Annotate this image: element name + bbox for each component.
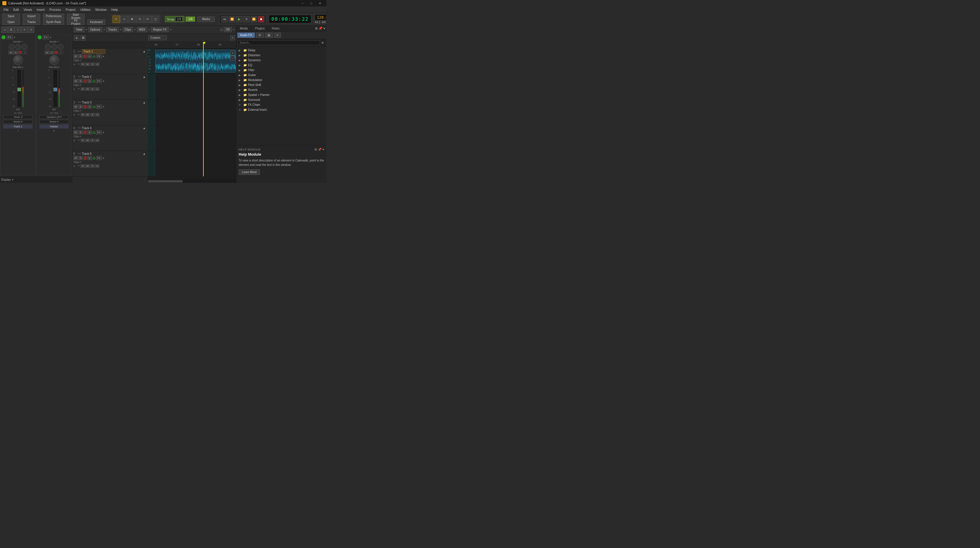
t2-mute[interactable]: M (73, 79, 78, 83)
fx-folder-guitar[interactable]: ▶ 📁 Guitar (237, 73, 325, 78)
t4-plus[interactable]: + (103, 131, 104, 134)
module-icon-4[interactable]: ≡ (21, 27, 28, 33)
menu-views[interactable]: Views (21, 7, 34, 12)
menu-insert[interactable]: Insert (34, 7, 47, 12)
t2-w[interactable]: W (85, 88, 90, 91)
help-pin-icon[interactable]: 📌 (318, 148, 321, 151)
t4-mon[interactable]: ⊙ (88, 130, 92, 134)
t5-arrow[interactable]: ▲ (143, 152, 146, 155)
move-tool[interactable]: ✥ (128, 16, 136, 23)
t4-rec[interactable] (83, 130, 87, 134)
t3-mute[interactable]: M (73, 105, 78, 109)
t4-mute[interactable]: M (73, 130, 78, 134)
ch2-pan-knob[interactable] (49, 55, 59, 65)
track-content-5[interactable] (147, 151, 236, 177)
menu-project[interactable]: Project (63, 7, 78, 12)
t3-rec[interactable] (83, 105, 87, 109)
keyboard-button[interactable]: Keyboard (88, 19, 105, 25)
erase-tool[interactable]: ◻ (152, 16, 159, 23)
t4-solo[interactable]: S (79, 130, 83, 134)
ch1-fx[interactable]: FX (6, 35, 13, 39)
ch1-device-out[interactable]: Master ▾ (3, 120, 33, 124)
close-button[interactable]: ✕ (316, 1, 324, 6)
off-btn[interactable]: Off (224, 27, 232, 32)
menu-file[interactable]: File (1, 7, 11, 12)
tab-dock-icon[interactable]: ⊞ (315, 27, 318, 30)
t3-fold[interactable]: ≡ (73, 113, 77, 116)
module-icon-2[interactable]: A (8, 27, 14, 33)
t1-fx[interactable]: FX (96, 54, 102, 58)
module-icon-1[interactable]: ◁ (1, 27, 8, 33)
t3-star[interactable]: ✳ (90, 113, 95, 116)
t5-rec[interactable] (83, 156, 87, 160)
help-menu-icon[interactable]: ▾ (323, 148, 324, 151)
t2-rec[interactable] (83, 79, 87, 83)
ch2-knob3[interactable] (58, 44, 64, 50)
fx-folder-surround[interactable]: ▶ 📁 Surround (237, 97, 325, 102)
ch1-rec[interactable] (18, 51, 22, 54)
search-input[interactable] (237, 40, 320, 45)
t1-star[interactable]: ✳ (90, 63, 95, 66)
edit-tool[interactable]: ✎ (136, 16, 144, 23)
ch2-device-out[interactable]: Master ▾ (39, 120, 69, 124)
draw-tool[interactable]: ✏ (144, 16, 151, 23)
hscrollbar-thumb[interactable] (148, 180, 183, 182)
track-content-3[interactable] (147, 100, 236, 125)
t3-w[interactable]: W (85, 113, 90, 116)
ch1-fx2[interactable]: ░ (22, 51, 27, 54)
synth-rack-button[interactable]: Synth Rack (43, 19, 64, 25)
ch1-sends-add[interactable]: + (21, 40, 23, 43)
ch2-knob1[interactable] (45, 44, 51, 50)
fx-folder-spatial[interactable]: ▶ 📁 Spatial + Panner (237, 92, 325, 97)
menu-utilities[interactable]: Utilities (78, 7, 93, 12)
t5-w[interactable]: W (85, 164, 90, 167)
fx-folder-fx-chain[interactable]: ✕ 📁 FX Chain (237, 102, 325, 107)
t3-a[interactable]: A (95, 113, 99, 116)
t5-r[interactable]: R (81, 164, 85, 167)
marks-button[interactable]: Marks (197, 17, 215, 22)
ch2-fx[interactable]: FX (43, 35, 49, 39)
ch2-mute[interactable]: M (45, 51, 49, 54)
t5-fold[interactable]: ≡ (73, 165, 77, 167)
t4-w[interactable]: W (85, 139, 90, 142)
preferences-button[interactable]: Preferences (43, 14, 64, 19)
ch1-power[interactable] (2, 35, 6, 39)
t3-r[interactable]: R (81, 113, 85, 116)
tracks-button[interactable]: Tracks (23, 19, 40, 25)
t3-power[interactable]: ⏻ (92, 105, 95, 108)
snap-value[interactable]: 1/4 (175, 17, 183, 21)
ch1-knob3[interactable] (22, 44, 27, 50)
fit-project-button[interactable]: Fit Project (67, 19, 84, 25)
t1-solo[interactable]: S (79, 54, 83, 58)
t4-a[interactable]: A (95, 139, 99, 142)
menu-help[interactable]: Help (109, 7, 120, 12)
custom-select[interactable]: Custom (148, 35, 167, 40)
t2-fx[interactable]: FX (96, 79, 102, 83)
open-button[interactable]: Open (2, 19, 20, 25)
zoom-in-button[interactable]: + (230, 51, 235, 56)
module-icon-5[interactable]: ⊙ (28, 27, 34, 33)
plugin-btn-3[interactable]: ▦ (265, 33, 273, 38)
maximize-button[interactable]: □ (307, 1, 315, 6)
beat-snap-button[interactable]: 1/8 (186, 17, 195, 22)
t1-w[interactable]: W (85, 63, 90, 66)
learn-more-button[interactable]: Learn More (239, 169, 260, 175)
t2-power[interactable]: ⏻ (92, 80, 95, 83)
ch2-fader[interactable] (53, 69, 58, 107)
fx-folder-modulation[interactable]: ▶ 📁 Modulation (237, 78, 325, 83)
track-content-4[interactable] (147, 125, 236, 151)
t1-mute[interactable]: M (73, 54, 78, 58)
t4-star[interactable]: ✳ (90, 139, 95, 142)
t3-wave[interactable]: 〜 (78, 113, 80, 116)
select-tool[interactable]: ⊹ (120, 16, 128, 23)
ch1-device-in[interactable]: -None- ▾ (3, 115, 33, 119)
save-button[interactable]: Save (2, 14, 20, 19)
t4-r[interactable]: R (81, 139, 85, 142)
menu-window[interactable]: Window (93, 7, 109, 12)
t4-wave[interactable]: 〜 (78, 139, 80, 142)
record-button[interactable]: ⏺ (258, 16, 264, 22)
search-clear-button[interactable]: ✕ (320, 41, 325, 45)
help-dock-icon[interactable]: ⊞ (314, 148, 317, 151)
audio-fx-button[interactable]: Audio FX (237, 33, 255, 38)
t1-name-input[interactable] (82, 49, 105, 54)
